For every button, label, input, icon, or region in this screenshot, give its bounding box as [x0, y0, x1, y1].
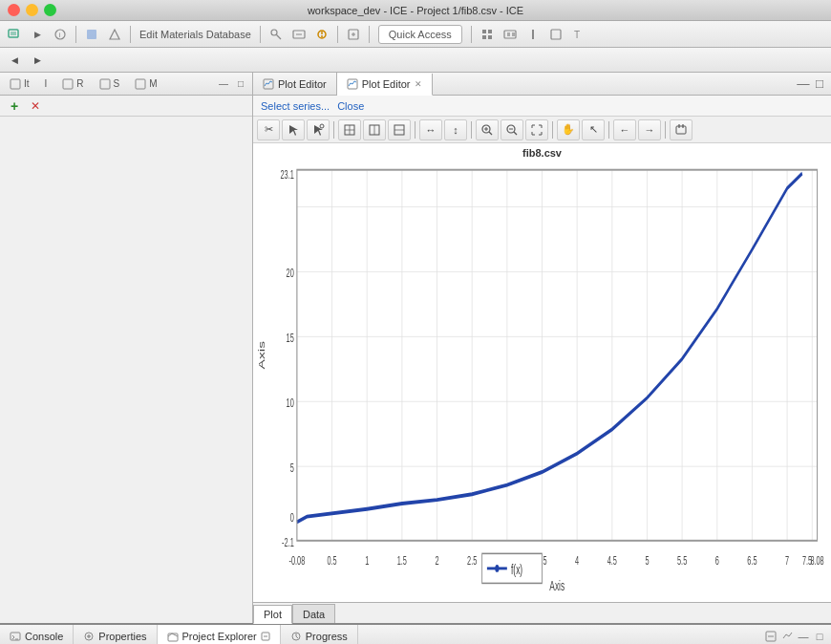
left-tab-s[interactable]: S [94, 76, 126, 92]
plot-editor-tab-2-close[interactable]: ✕ [415, 79, 422, 89]
svg-point-110 [495, 565, 499, 572]
svg-text:10: 10 [287, 396, 294, 410]
toolbar-btn-13[interactable] [545, 24, 566, 45]
bottom-panel: Console Properties Project Explorer Prog… [0, 623, 831, 644]
svg-marker-5 [110, 30, 119, 39]
svg-text:2.5: 2.5 [467, 553, 477, 568]
plot-undo-button[interactable]: ← [613, 119, 636, 140]
svg-rect-29 [136, 79, 145, 89]
properties-tab[interactable]: Properties [74, 625, 157, 644]
svg-rect-27 [63, 79, 73, 89]
plot-zoomout-button[interactable] [501, 119, 523, 140]
chart-area: fib8.csv [253, 143, 831, 602]
plot-toolbar: ✂ ↔ ↕ [253, 117, 831, 143]
console-tab[interactable]: Console [0, 625, 74, 644]
progress-tab[interactable]: Progress [281, 625, 358, 644]
plot-hand-button[interactable]: ✋ [557, 119, 580, 140]
toolbar-btn-2[interactable]: ▶ [27, 24, 48, 45]
second-toolbar-btn-2[interactable]: ▶ [27, 50, 48, 71]
pe-minimize-button[interactable]: — [796, 76, 811, 92]
plot-editor-tab-1[interactable]: Plot Editor [253, 73, 337, 95]
second-toolbar-btn-1[interactable]: ◀ [4, 50, 25, 71]
toolbar-sep-3 [260, 26, 261, 43]
plot-redo-button[interactable]: → [638, 119, 661, 140]
plot-arrow-button[interactable]: ↖ [582, 119, 605, 140]
left-tab-m[interactable]: M [129, 76, 162, 92]
project-explorer-tab[interactable]: Project Explorer [158, 625, 281, 644]
plot-hflip-button[interactable]: ↔ [419, 119, 442, 140]
left-tab-i[interactable]: I [39, 76, 53, 91]
maximize-left-panel-button[interactable]: □ [233, 76, 248, 92]
svg-line-43 [489, 132, 492, 135]
svg-text:-2.1: -2.1 [282, 534, 294, 548]
plot-grid3-button[interactable] [388, 119, 411, 140]
edit-materials-label: Edit Materials Database [136, 29, 255, 40]
toolbar-sep-4 [337, 26, 338, 43]
toolbar-btn-10[interactable] [477, 24, 498, 45]
pe-maximize-button[interactable]: □ [812, 76, 827, 92]
toolbar-btn-9[interactable] [343, 24, 364, 45]
bottom-panel-btn-1[interactable] [763, 629, 778, 644]
minimize-left-panel-button[interactable]: — [216, 76, 231, 92]
svg-text:23.1: 23.1 [280, 167, 293, 182]
plot-editor-tabs: Plot Editor Plot Editor ✕ — □ [253, 73, 831, 96]
plot-editor-tab-2[interactable]: Plot Editor ✕ [337, 74, 433, 96]
window-controls [8, 4, 56, 16]
close-window-button[interactable] [8, 4, 20, 16]
second-toolbar: ◀ ▶ [0, 48, 831, 73]
minimize-window-button[interactable] [26, 4, 38, 16]
titlebar: workspace_dev - ICE - Project 1/fib8.csv… [0, 0, 831, 21]
svg-text:i: i [59, 31, 61, 39]
svg-text:5: 5 [645, 553, 649, 568]
toolbar-btn-11[interactable] [500, 24, 521, 45]
plot-vflip-button[interactable]: ↕ [444, 119, 467, 140]
toolbar-btn-14[interactable]: T [568, 24, 589, 45]
toolbar-sep-1 [75, 26, 76, 43]
toolbar-sep-6 [471, 26, 472, 43]
remove-item-button[interactable]: ✕ [25, 96, 46, 117]
svg-text:4.5: 4.5 [607, 553, 617, 568]
plot-tool-sep-5 [608, 121, 609, 139]
main-toolbar: ▶ i Edit Materials Database Quick Access… [0, 21, 831, 48]
plot-select-button[interactable] [282, 119, 305, 140]
toolbar-btn-12[interactable] [522, 24, 543, 45]
plot-tab-plot[interactable]: Plot [253, 605, 292, 624]
plot-tool-sep-4 [552, 121, 553, 139]
add-item-button[interactable]: + [4, 96, 25, 117]
close-plot-button[interactable]: Close [335, 100, 366, 112]
plot-crosshair-button[interactable] [307, 119, 330, 140]
svg-line-7 [276, 34, 281, 39]
plot-cut-button[interactable]: ✂ [257, 119, 280, 140]
left-panel-toolbar: + ✕ [0, 96, 252, 117]
toolbar-btn-6[interactable] [266, 24, 287, 45]
toolbar-btn-7[interactable] [288, 24, 309, 45]
toolbar-btn-8[interactable] [311, 24, 332, 45]
bottom-panel-maximize-button[interactable]: □ [812, 629, 827, 644]
bottom-panel-minimize-button[interactable]: — [796, 629, 811, 644]
toolbar-btn-3[interactable]: i [50, 24, 71, 45]
bottom-panel-btn-2[interactable] [779, 629, 795, 644]
toolbar-btn-5[interactable] [104, 24, 125, 45]
plot-settings-button[interactable] [670, 119, 692, 140]
toolbar-btn-1[interactable] [4, 24, 25, 45]
svg-text:Axis: Axis [549, 577, 565, 593]
svg-rect-18 [482, 35, 486, 39]
plot-grid2-button[interactable] [363, 119, 386, 140]
select-series-button[interactable]: Select series... [259, 100, 331, 112]
chart-container[interactable]: -0.08 0.5 1 1.5 2 2.5 3 3.5 4 4.5 5 5.5 … [257, 161, 827, 596]
window-title: workspace_dev - ICE - Project 1/fib8.csv… [308, 5, 523, 16]
plot-zoomin-button[interactable] [476, 119, 499, 140]
quick-access-button[interactable]: Quick Access [378, 25, 462, 44]
toolbar-sep-5 [369, 26, 370, 43]
svg-marker-33 [314, 125, 323, 136]
left-tab-lt[interactable]: It [4, 76, 35, 92]
plot-grid-button[interactable] [338, 119, 361, 140]
chart-title: fib8.csv [257, 147, 827, 159]
toolbar-group-5 [343, 24, 364, 45]
plot-tab-data[interactable]: Data [292, 604, 335, 623]
left-tab-r[interactable]: R [56, 76, 89, 92]
plot-fitall-button[interactable] [525, 119, 548, 140]
toolbar-btn-4[interactable] [81, 24, 102, 45]
maximize-window-button[interactable] [44, 4, 56, 16]
plot-tool-sep-2 [415, 121, 416, 139]
